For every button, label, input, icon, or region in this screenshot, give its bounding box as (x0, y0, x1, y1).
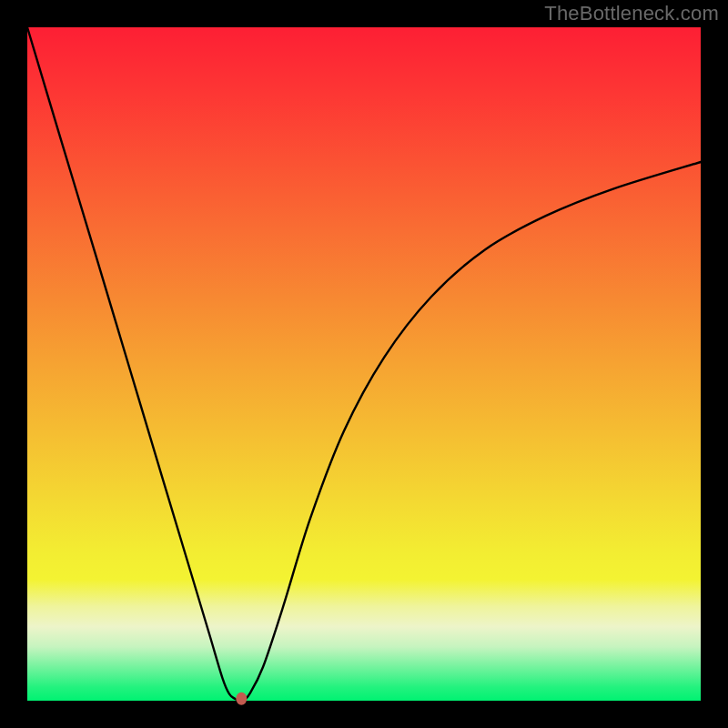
chart-frame: { "watermark": "TheBottleneck.com", "gra… (0, 0, 728, 728)
min-marker (236, 693, 247, 705)
chart-svg (0, 0, 728, 728)
watermark-text: TheBottleneck.com (544, 2, 719, 25)
